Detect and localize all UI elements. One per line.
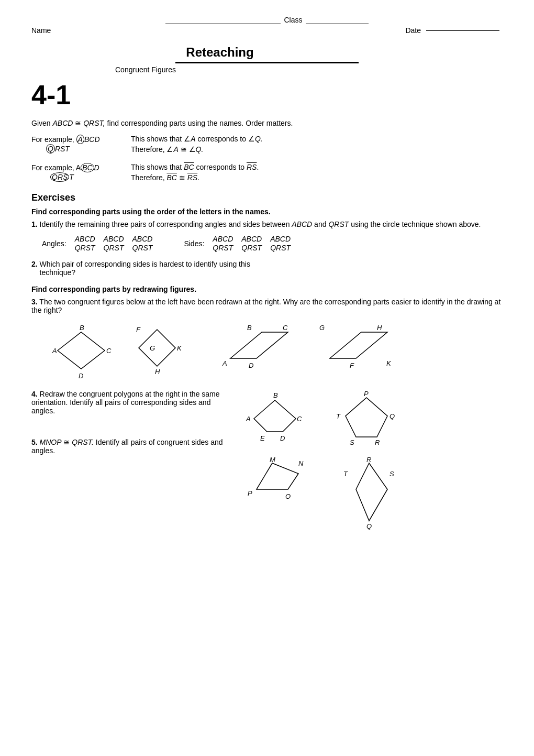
name-label: Name <box>31 26 51 35</box>
ex1-num: 1. <box>31 220 38 228</box>
svg-marker-0 <box>58 332 105 369</box>
svg-text:A: A <box>222 359 227 367</box>
svg-text:D: D <box>280 434 285 442</box>
svg-text:B: B <box>247 324 252 332</box>
svg-text:E: E <box>260 434 265 442</box>
ex3-redrawn-2: G H F K <box>319 322 393 374</box>
angle-pair-2: ABCD QRST <box>104 235 124 253</box>
exercise-1: 1. Identify the remaining three pairs of… <box>31 220 503 253</box>
svg-marker-20 <box>254 400 296 432</box>
svg-marker-26 <box>346 398 387 437</box>
ex4-5-text: 4. Redraw the congruent polygons at the … <box>31 390 225 462</box>
example2-left: For example, ABCD QRST <box>31 163 115 182</box>
lesson-number: 4-1 <box>31 79 503 111</box>
ex3-right-figures: B C D A G H F K <box>220 322 393 374</box>
header-class-row: Class <box>31 16 503 24</box>
svg-text:F: F <box>136 326 141 334</box>
side-pair-2: ABCD QRST <box>241 235 262 253</box>
svg-marker-15 <box>330 332 387 358</box>
svg-text:K: K <box>386 359 392 367</box>
example1-left: For example, ABCD QRST <box>31 135 115 154</box>
svg-text:S: S <box>390 470 394 478</box>
side-pair-1: ABCD QRST <box>213 235 233 253</box>
svg-text:A: A <box>246 415 251 423</box>
svg-text:H: H <box>155 368 160 376</box>
find-header-2: Find corresponding parts by redrawing fi… <box>31 285 503 293</box>
ex4-num: 4. <box>31 390 38 398</box>
sides-group: Sides: ABCD QRST ABCD QRST ABCD QRST <box>184 235 291 253</box>
ex4-5-figures: A B C D E P Q R S T <box>246 390 398 526</box>
date-label: Date <box>405 26 421 35</box>
ex4-5-section: 4. Redraw the congruent polygons at the … <box>31 390 503 526</box>
ex5-figures: M N P O R S Q T <box>246 458 398 526</box>
ex4-figures: A B C D E P Q R S T <box>246 390 398 447</box>
svg-marker-37 <box>356 463 387 521</box>
exercises-title: Exercises <box>31 192 503 203</box>
svg-text:C: C <box>297 415 302 423</box>
ex3-fig2: F K H G <box>136 322 188 379</box>
svg-text:F: F <box>350 361 354 369</box>
angle-pair-3: ABCD QRST <box>132 235 153 253</box>
subtitle: Congruent Figures <box>115 65 503 74</box>
class-underline <box>306 24 369 24</box>
header-name-date-row: Name Date <box>31 26 503 35</box>
svg-text:Q: Q <box>390 412 395 420</box>
ex3-left-figures: A B C D F K H G <box>52 322 188 379</box>
svg-text:G: G <box>150 344 155 352</box>
ex3-fig1: A B C D <box>52 322 120 379</box>
exercise-4: 4. Redraw the congruent polygons at the … <box>31 390 225 415</box>
ex4-fig1: A B C D E <box>246 390 314 447</box>
svg-text:P: P <box>248 489 252 497</box>
exercise-2: 2. Which pair of corresponding sides is … <box>31 260 503 277</box>
example1-block: For example, ABCD QRST This shows that ∠… <box>31 135 503 154</box>
svg-text:Q: Q <box>366 522 372 530</box>
example2-block: For example, ABCD QRST This shows that B… <box>31 163 503 182</box>
name-underline <box>165 24 281 24</box>
svg-text:C: C <box>283 324 288 332</box>
svg-text:T: T <box>343 470 348 478</box>
svg-text:R: R <box>366 456 371 464</box>
ex2-num: 2. <box>31 260 38 268</box>
svg-marker-10 <box>230 332 288 358</box>
find-header-1: Find corresponding parts using the order… <box>31 207 503 216</box>
svg-text:P: P <box>364 390 369 398</box>
intro-text: Given ABCD ≅ QRST, find corresponding pa… <box>31 119 503 127</box>
svg-text:O: O <box>285 492 291 500</box>
ex3-figures: A B C D F K H G B C D A <box>52 322 482 379</box>
example1-row: For example, ABCD QRST This shows that ∠… <box>31 135 503 154</box>
exercises-section: Exercises Find corresponding parts using… <box>31 192 503 526</box>
svg-text:B: B <box>80 324 84 332</box>
angles-group: Angles: ABCD QRST ABCD QRST ABCD QRST <box>42 235 152 253</box>
ex4-fig2: P Q R S T <box>335 390 398 447</box>
svg-marker-32 <box>257 463 298 489</box>
angles-sides-row: Angles: ABCD QRST ABCD QRST ABCD QRST Si… <box>42 235 503 253</box>
svg-text:S: S <box>350 439 354 446</box>
svg-text:G: G <box>319 324 325 332</box>
svg-text:H: H <box>377 324 382 332</box>
ex3-num: 3. <box>31 298 38 306</box>
header: Class Name Date <box>31 16 503 35</box>
title-section: Reteaching <box>31 45 503 63</box>
svg-text:A: A <box>52 347 57 355</box>
date-underline <box>426 30 499 31</box>
class-label: Class <box>284 16 302 24</box>
svg-text:M: M <box>270 456 275 464</box>
svg-text:K: K <box>177 344 182 352</box>
reteaching-title: Reteaching <box>175 45 358 63</box>
ex5-fig1: M N P O <box>246 458 314 510</box>
svg-text:N: N <box>298 459 304 467</box>
svg-text:T: T <box>336 412 341 420</box>
exercise-5: 5. MNOP ≅ QRST. Identify all pairs of co… <box>31 438 225 455</box>
svg-marker-5 <box>139 330 175 366</box>
example2-text: This shows that BC corresponds to RS. Th… <box>131 163 503 182</box>
example2-row: For example, ABCD QRST This shows that B… <box>31 163 503 182</box>
svg-text:R: R <box>375 439 380 446</box>
svg-text:D: D <box>79 372 83 380</box>
svg-text:C: C <box>106 347 112 355</box>
exercise-3: 3. The two congruent figures below at th… <box>31 298 503 314</box>
ex3-redrawn-1: B C D A <box>220 322 293 374</box>
svg-text:B: B <box>273 391 278 399</box>
side-pair-3: ABCD QRST <box>270 235 291 253</box>
ex5-num: 5. <box>31 438 38 446</box>
ex5-fig2: R S Q T <box>340 458 398 526</box>
